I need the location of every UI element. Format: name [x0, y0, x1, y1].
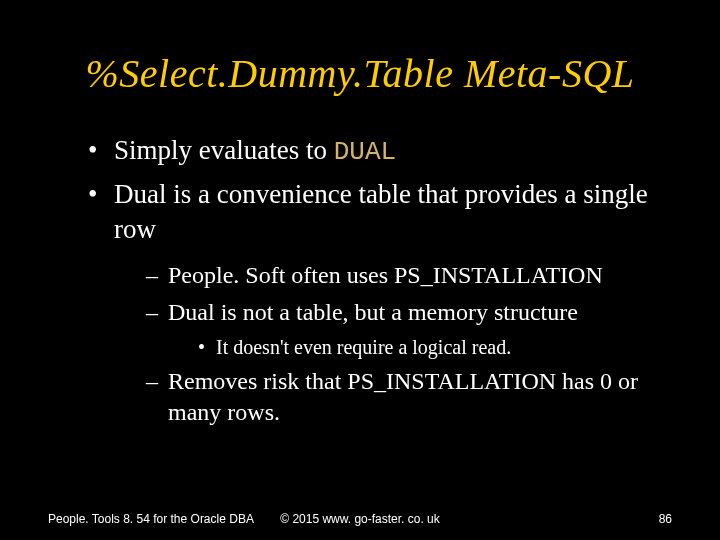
- bullet-item-2: Dual is a convenience table that provide…: [88, 177, 672, 427]
- bullet1-text: Simply evaluates to: [114, 135, 334, 165]
- bullet2-text: Dual is a convenience table that provide…: [114, 179, 648, 244]
- bullet1-code: DUAL: [334, 137, 396, 167]
- slide: %Select.Dummy.Table Meta-SQL Simply eval…: [0, 0, 720, 540]
- footer-center: © 2015 www. go-faster. co. uk: [256, 512, 464, 526]
- sub3-text: Removes risk that PS_INSTALLATION has 0 …: [168, 368, 638, 425]
- bullet-item-1: Simply evaluates to DUAL: [88, 133, 672, 169]
- footer: People. Tools 8. 54 for the Oracle DBA ©…: [0, 512, 720, 526]
- subsub1-text: It doesn't even require a logical read.: [216, 336, 511, 358]
- sub-item-3: Removes risk that PS_INSTALLATION has 0 …: [146, 366, 672, 427]
- bullet-list-level3: It doesn't even require a logical read.: [168, 334, 672, 360]
- bullet-list-level1: Simply evaluates to DUAL Dual is a conve…: [48, 133, 672, 427]
- sub2-text: Dual is not a table, but a memory struct…: [168, 299, 578, 325]
- subsub-item-1: It doesn't even require a logical read.: [198, 334, 672, 360]
- sub1-text: People. Soft often uses PS_INSTALLATION: [168, 262, 603, 288]
- bullet-list-level2: People. Soft often uses PS_INSTALLATION …: [114, 260, 672, 427]
- footer-left: People. Tools 8. 54 for the Oracle DBA: [48, 512, 256, 526]
- footer-page-number: 86: [464, 512, 672, 526]
- sub-item-2: Dual is not a table, but a memory struct…: [146, 297, 672, 360]
- slide-title: %Select.Dummy.Table Meta-SQL: [48, 50, 672, 97]
- sub-item-1: People. Soft often uses PS_INSTALLATION: [146, 260, 672, 291]
